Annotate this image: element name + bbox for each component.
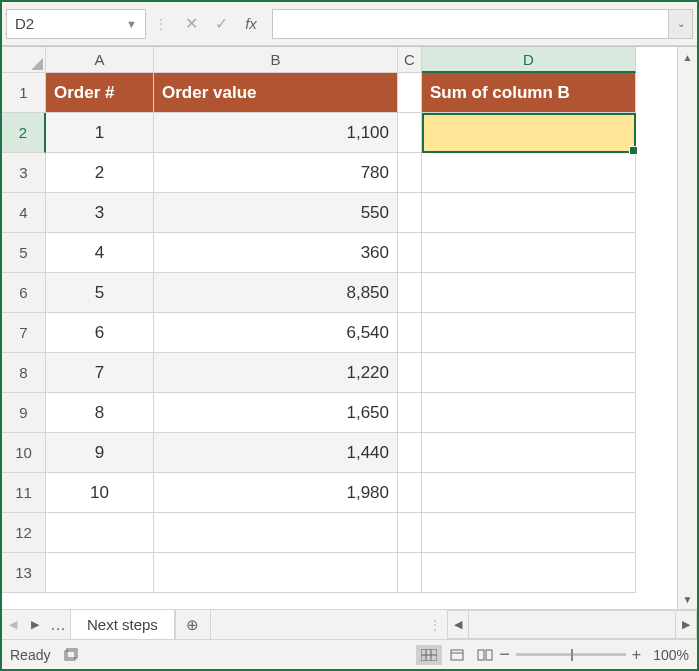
cell-B5[interactable]: 360 [154,233,398,273]
cell-C4[interactable] [398,193,422,233]
tabs-next-icon[interactable]: ▶ [24,610,46,639]
cell-A7[interactable]: 6 [46,313,154,353]
cell-B4[interactable]: 550 [154,193,398,233]
cell-C9[interactable] [398,393,422,433]
cell-C11[interactable] [398,473,422,513]
cell-B10[interactable]: 1,440 [154,433,398,473]
cell-A10[interactable]: 9 [46,433,154,473]
cell-D8[interactable] [422,353,636,393]
row-header-5[interactable]: 5 [2,233,46,273]
row-header-4[interactable]: 4 [2,193,46,233]
cell-C6[interactable] [398,273,422,313]
worksheet-grid[interactable]: A B C D 1 Order # Order value Sum of col… [2,47,677,609]
tabs-prev-icon[interactable]: ◀ [2,610,24,639]
scroll-track[interactable] [469,610,675,639]
cell-D6[interactable] [422,273,636,313]
cell-C7[interactable] [398,313,422,353]
name-box[interactable]: D2 ▼ [6,9,146,39]
cell-A11[interactable]: 10 [46,473,154,513]
sheet-tab-active[interactable]: Next steps [70,610,175,639]
row-header-13[interactable]: 13 [2,553,46,593]
cell-A8[interactable]: 7 [46,353,154,393]
cell-D7[interactable] [422,313,636,353]
zoom-in-button[interactable]: + [632,646,641,664]
tabs-resize-grip-icon[interactable]: ⋮ [423,610,447,639]
cell-D9[interactable] [422,393,636,433]
cell-A1[interactable]: Order # [46,73,154,113]
cell-B13[interactable] [154,553,398,593]
cell-B12[interactable] [154,513,398,553]
cell-B11[interactable]: 1,980 [154,473,398,513]
cell-C10[interactable] [398,433,422,473]
cell-D13[interactable] [422,553,636,593]
tabs-overflow-icon[interactable]: … [46,610,70,639]
column-header-C[interactable]: C [398,47,422,73]
row-header-6[interactable]: 6 [2,273,46,313]
cell-C13[interactable] [398,553,422,593]
insert-function-button[interactable]: fx [236,10,266,38]
select-all-button[interactable] [2,47,46,73]
row-header-12[interactable]: 12 [2,513,46,553]
expand-formula-bar-icon[interactable]: ⌄ [669,9,693,39]
new-sheet-button[interactable]: ⊕ [175,610,211,639]
cell-A13[interactable] [46,553,154,593]
scroll-left-icon[interactable]: ◀ [447,610,469,639]
cell-A2[interactable]: 1 [46,113,154,153]
cell-C12[interactable] [398,513,422,553]
cell-D10[interactable] [422,433,636,473]
cell-D11[interactable] [422,473,636,513]
cell-D12[interactable] [422,513,636,553]
row-header-3[interactable]: 3 [2,153,46,193]
row-header-10[interactable]: 10 [2,433,46,473]
macro-record-icon[interactable] [64,648,80,662]
cell-D1[interactable]: Sum of column B [422,73,636,113]
row-header-11[interactable]: 11 [2,473,46,513]
column-header-A[interactable]: A [46,47,154,73]
scroll-up-icon[interactable]: ▲ [678,47,697,67]
cell-D2[interactable] [422,113,636,153]
cell-B7[interactable]: 6,540 [154,313,398,353]
scroll-down-icon[interactable]: ▼ [678,589,697,609]
vertical-scrollbar[interactable]: ▲ ▼ [677,47,697,609]
cell-D4[interactable] [422,193,636,233]
cell-D5[interactable] [422,233,636,273]
cell-C5[interactable] [398,233,422,273]
page-break-view-button[interactable] [472,645,498,665]
row-header-8[interactable]: 8 [2,353,46,393]
row-10: 10 9 1,440 [2,433,677,473]
horizontal-scrollbar[interactable]: ◀ ▶ [447,610,697,639]
cell-C3[interactable] [398,153,422,193]
column-header-D[interactable]: D [422,47,636,73]
name-box-dropdown-icon[interactable]: ▼ [126,18,137,30]
cell-A9[interactable]: 8 [46,393,154,433]
cell-A3[interactable]: 2 [46,153,154,193]
cell-B8[interactable]: 1,220 [154,353,398,393]
zoom-out-button[interactable]: − [499,644,510,665]
cell-B2[interactable]: 1,100 [154,113,398,153]
zoom-level[interactable]: 100% [653,647,689,663]
row-header-9[interactable]: 9 [2,393,46,433]
cell-D3[interactable] [422,153,636,193]
normal-view-button[interactable] [416,645,442,665]
formula-input[interactable] [272,9,669,39]
cell-A5[interactable]: 4 [46,233,154,273]
column-header-B[interactable]: B [154,47,398,73]
cell-A12[interactable] [46,513,154,553]
row-header-1[interactable]: 1 [2,73,46,113]
cell-A4[interactable]: 3 [46,193,154,233]
page-layout-view-button[interactable] [444,645,470,665]
cell-A6[interactable]: 5 [46,273,154,313]
cell-C2[interactable] [398,113,422,153]
row-header-7[interactable]: 7 [2,313,46,353]
row-header-2[interactable]: 2 [2,113,46,153]
cell-B1[interactable]: Order value [154,73,398,113]
cell-B3[interactable]: 780 [154,153,398,193]
row-2: 2 1 1,100 [2,113,677,153]
cell-B6[interactable]: 8,850 [154,273,398,313]
formula-bar-grip-icon[interactable]: ⋮ [146,16,176,32]
cell-C8[interactable] [398,353,422,393]
cell-B9[interactable]: 1,650 [154,393,398,433]
cell-C1[interactable] [398,73,422,113]
scroll-right-icon[interactable]: ▶ [675,610,697,639]
zoom-slider[interactable] [516,653,626,656]
